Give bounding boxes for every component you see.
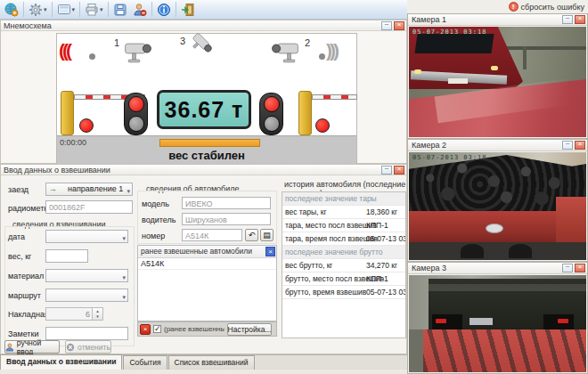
previous-vehicles-checkbox[interactable] <box>153 325 161 333</box>
camera3-video[interactable] <box>409 275 586 372</box>
info-icon[interactable] <box>154 1 174 18</box>
scene-windshield <box>414 34 494 53</box>
scene-rear-bar <box>429 284 586 291</box>
main-toolbar: ▾ ▾ ▾ <box>0 0 407 20</box>
tab-entry[interactable]: Ввод данных о взвешивании <box>0 354 122 370</box>
rfid-field[interactable]: 0001862F <box>45 200 133 214</box>
scale-platform: 0:00:00 вес стабилен <box>57 135 356 164</box>
print-icon[interactable]: ▾ <box>82 1 106 18</box>
undo-number-button[interactable]: ↶ <box>245 229 258 241</box>
copy-number-button[interactable]: ▤ <box>260 229 274 241</box>
minimize-icon[interactable] <box>562 15 573 24</box>
scene-weighbridge-platform <box>409 329 586 372</box>
chevron-down-icon: ▾ <box>72 6 76 13</box>
history-row: брутто, время взвешив05-07-13 03:52 <box>282 286 405 299</box>
minimize-icon[interactable] <box>381 21 392 30</box>
view-window-icon[interactable]: ▾ <box>54 1 78 18</box>
off-lamp <box>128 116 144 132</box>
minimize-icon[interactable] <box>562 141 573 150</box>
user-remove-icon[interactable] <box>130 1 150 18</box>
date-label: дата <box>8 232 25 241</box>
manual-entry-button[interactable]: ручной ввод <box>4 340 60 354</box>
weight-input[interactable] <box>45 249 88 263</box>
timer-value: 0:00:00 <box>60 138 86 147</box>
chevron-down-icon: ▾ <box>100 6 103 13</box>
person-icon <box>5 343 14 352</box>
invoice-stepper[interactable]: 6 ▴▾ <box>45 307 103 321</box>
scene-taillight <box>558 319 568 323</box>
entry-panel-title: Ввод данных о взвешивании <box>1 165 406 175</box>
scene-license-plate <box>448 78 468 84</box>
exit-door-icon[interactable] <box>178 1 198 18</box>
camera1-icon <box>122 39 154 66</box>
settings-gear-icon[interactable]: ▾ <box>26 1 50 18</box>
close-icon[interactable] <box>575 141 585 150</box>
previous-vehicles-list: ранее взвешенные автомобили × А514К <box>137 245 277 321</box>
camera2-header: Камера 2 <box>408 140 587 151</box>
camera3-panel: Камера 3 <box>407 262 588 374</box>
close-icon[interactable] <box>575 15 585 24</box>
settings-button[interactable]: Настройка... <box>227 323 272 336</box>
driver-label: водитель <box>142 215 176 224</box>
weight-status-text: вес стабилен <box>57 149 356 162</box>
number-field[interactable]: А514К <box>182 229 242 241</box>
entry-panel-body: заезд → направление 1 радиометка 0001862… <box>1 175 406 354</box>
history-row: брутто, место посл взвешивКПП-1 <box>282 272 405 286</box>
reset-error-button[interactable]: сбросить ошибку <box>521 3 584 12</box>
camera1-header: Камера 1 <box>408 14 587 26</box>
scene-post <box>523 46 527 69</box>
route-select[interactable] <box>45 289 128 302</box>
toolbar-separator <box>23 2 24 17</box>
tab-events[interactable]: События <box>123 355 167 370</box>
list-close-icon[interactable]: × <box>265 247 275 256</box>
model-field[interactable]: ИВЕКО <box>182 197 271 209</box>
date-select[interactable] <box>45 230 128 243</box>
scene-truck-emblem <box>486 224 503 233</box>
bottom-tab-bar: Ввод данных о взвешивании События Список… <box>0 354 407 370</box>
rfid-antenna-left-dot <box>89 53 95 60</box>
camera1-video[interactable]: 05-07-2013 03:18 <box>409 27 586 137</box>
scene-truck-cab <box>556 197 586 248</box>
direction-select[interactable]: → направление 1 <box>45 183 133 196</box>
close-icon[interactable] <box>575 264 585 272</box>
history-section-row: последнее значение брутто <box>282 246 405 259</box>
material-select[interactable] <box>45 269 128 282</box>
mnemoscheme-body: ((( ))) 1 3 <box>1 31 406 163</box>
toolbar-separator <box>52 2 53 17</box>
stepper-arrows-icon[interactable]: ▴▾ <box>92 308 102 320</box>
direction-value: направление 1 <box>68 183 123 195</box>
reset-error-bar: ! сбросить ошибку <box>407 0 588 13</box>
tab-weighings-list[interactable]: Список взвешиваний <box>168 355 255 370</box>
minimize-icon[interactable] <box>562 264 573 272</box>
route-label: маршрут <box>8 291 41 300</box>
camera-toggle-icon[interactable]: × <box>140 324 151 335</box>
save-icon[interactable] <box>110 1 130 18</box>
weight-display: 36.67 т <box>157 90 251 129</box>
traffic-light-left <box>124 93 148 135</box>
red-lamp <box>128 96 144 112</box>
mnemoscheme-panel: Мнемосхема ((( ))) 1 3 <box>0 20 407 164</box>
camera3-icon <box>183 28 218 63</box>
toolbar-separator <box>108 2 109 17</box>
close-icon[interactable] <box>394 21 404 30</box>
close-icon[interactable] <box>394 166 404 175</box>
error-icon: ! <box>509 2 519 12</box>
history-row: вес тары, кг18,360 кг <box>282 206 405 219</box>
app-window: ▾ ▾ ▾ ! сбросить ошибку <box>0 0 588 374</box>
list-item[interactable]: А514К <box>138 258 276 270</box>
chevron-down-icon: ▾ <box>44 6 47 13</box>
document-icon: ▤ <box>263 231 271 240</box>
history-row: тара, место посл взвешивКПП-1 <box>282 219 405 232</box>
stop-indicator-left <box>79 118 94 133</box>
minimize-icon[interactable] <box>381 166 392 175</box>
cancel-button[interactable]: отменить <box>65 340 111 354</box>
status-strip <box>0 370 407 374</box>
camera2-video[interactable]: 05-07-2013 03:18 <box>409 152 586 260</box>
app-icon[interactable] <box>2 1 21 18</box>
scene-headlight <box>491 66 498 70</box>
undo-icon: ↶ <box>249 231 256 240</box>
traffic-light-right <box>259 93 283 135</box>
off-lamp <box>264 116 280 132</box>
driver-field[interactable]: Шируханов <box>182 213 271 225</box>
scene-undercarriage <box>409 242 586 260</box>
